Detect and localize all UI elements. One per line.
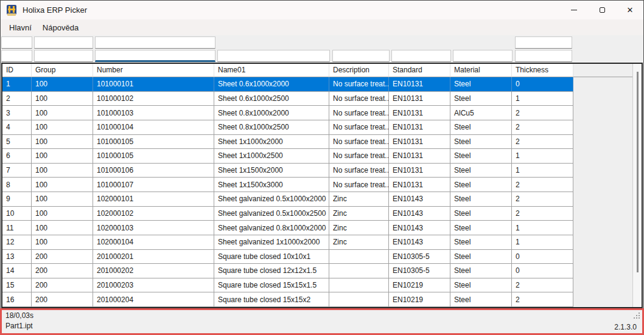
cell-name01[interactable]: Square tube closed 12x12x1.5 <box>214 264 329 278</box>
cell-number[interactable]: 201000203 <box>93 278 214 293</box>
cell-id[interactable]: 3 <box>2 106 32 120</box>
cell-thickness[interactable]: 0 <box>512 250 573 264</box>
cell-group[interactable]: 100 <box>32 207 93 221</box>
column-header-material[interactable]: Material <box>450 64 512 77</box>
cell-standard[interactable]: EN10219 <box>389 278 450 293</box>
filter-row1-id-input[interactable] <box>1 36 32 49</box>
cell-description[interactable]: No surface treat... <box>329 149 389 164</box>
cell-description[interactable] <box>329 292 389 307</box>
cell-id[interactable]: 8 <box>2 178 32 192</box>
cell-material[interactable]: Steel <box>450 250 512 264</box>
cell-name01[interactable]: Sheet galvanized 0.5x1000x2500 <box>214 207 329 221</box>
cell-thickness[interactable]: 2 <box>512 192 573 207</box>
cell-thickness[interactable]: 1 <box>512 164 573 178</box>
scrollbar-thumb[interactable] <box>637 72 639 272</box>
cell-material[interactable]: Steel <box>450 178 512 192</box>
table-row[interactable]: 12100102000104Sheet galvanized 1x1000x20… <box>2 235 642 250</box>
cell-description[interactable] <box>329 264 389 278</box>
cell-thickness[interactable]: 1 <box>512 221 573 235</box>
table-row[interactable]: 8100101000107Sheet 1x1500x3000No surface… <box>2 178 642 192</box>
cell-id[interactable]: 5 <box>2 135 32 150</box>
cell-thickness[interactable]: 2 <box>512 207 573 221</box>
cell-id[interactable]: 7 <box>2 164 32 178</box>
cell-name01[interactable]: Sheet 0.8x1000x2000 <box>214 106 329 120</box>
cell-description[interactable]: Zinc <box>329 235 389 250</box>
cell-group[interactable]: 100 <box>32 92 93 106</box>
column-header-id[interactable]: ID <box>2 64 32 77</box>
table-row[interactable]: 4100101000104Sheet 0.8x1000x2500No surfa… <box>2 120 642 135</box>
vertical-scrollbar[interactable] <box>632 64 642 307</box>
resize-grip-icon[interactable] <box>633 313 640 319</box>
cell-thickness[interactable]: 1 <box>512 235 573 250</box>
cell-id[interactable]: 16 <box>2 292 32 307</box>
cell-description[interactable] <box>329 278 389 293</box>
cell-number[interactable]: 102000103 <box>93 221 214 235</box>
maximize-button[interactable] <box>588 0 616 19</box>
table-row[interactable]: 3100101000103Sheet 0.8x1000x2000No surfa… <box>2 106 642 120</box>
column-header-thickness[interactable]: Thickness <box>512 64 573 77</box>
cell-number[interactable]: 101000105 <box>93 149 214 164</box>
column-header-description[interactable]: Description <box>329 64 389 77</box>
cell-id[interactable]: 2 <box>2 92 32 106</box>
cell-description[interactable] <box>329 250 389 264</box>
cell-name01[interactable]: Sheet 1x1000x2000 <box>214 135 329 150</box>
menu-item-hlavn-[interactable]: Hlavní <box>4 21 37 35</box>
cell-standard[interactable]: EN10131 <box>389 120 450 135</box>
cell-description[interactable]: Zinc <box>329 192 389 207</box>
cell-standard[interactable]: EN10305-5 <box>389 250 450 264</box>
column-header-name01[interactable]: Name01 <box>214 64 329 77</box>
cell-number[interactable]: 201000204 <box>93 292 214 307</box>
cell-id[interactable]: 10 <box>2 207 32 221</box>
filter-row2-material-input[interactable] <box>453 50 513 62</box>
close-button[interactable]: ✕ <box>616 0 644 19</box>
cell-material[interactable]: Steel <box>450 192 512 207</box>
cell-standard[interactable]: EN10143 <box>389 235 450 250</box>
table-row[interactable]: 15200201000203Square tube closed 15x15x1… <box>2 278 642 293</box>
cell-name01[interactable]: Sheet 1x1500x3000 <box>214 178 329 192</box>
table-row[interactable]: 9100102000101Sheet galvanized 0.5x1000x2… <box>2 192 642 207</box>
cell-name01[interactable]: Sheet 0.6x1000x2500 <box>214 92 329 106</box>
cell-name01[interactable]: Sheet galvanized 0.8x1000x2000 <box>214 221 329 235</box>
cell-number[interactable]: 101000101 <box>93 77 214 92</box>
cell-material[interactable]: Steel <box>450 264 512 278</box>
cell-material[interactable]: AlCu5 <box>450 106 512 120</box>
column-header-group[interactable]: Group <box>32 64 93 77</box>
cell-group[interactable]: 200 <box>32 264 93 278</box>
cell-id[interactable]: 15 <box>2 278 32 293</box>
cell-standard[interactable]: EN10131 <box>389 135 450 150</box>
cell-standard[interactable]: EN10131 <box>389 149 450 164</box>
cell-group[interactable]: 100 <box>32 77 93 92</box>
cell-standard[interactable]: EN10143 <box>389 207 450 221</box>
filter-row1-group-input[interactable] <box>34 36 93 49</box>
cell-material[interactable]: Steel <box>450 120 512 135</box>
filter-row1-number-input[interactable] <box>95 36 215 49</box>
cell-standard[interactable]: EN10143 <box>389 192 450 207</box>
cell-thickness[interactable]: 2 <box>512 106 573 120</box>
cell-number[interactable]: 201000202 <box>93 264 214 278</box>
cell-group[interactable]: 100 <box>32 135 93 150</box>
cell-group[interactable]: 100 <box>32 235 93 250</box>
cell-material[interactable]: Steel <box>450 221 512 235</box>
column-header-standard[interactable]: Standard <box>389 64 450 77</box>
cell-group[interactable]: 200 <box>32 278 93 293</box>
filter-row1-thickness-input[interactable] <box>515 36 572 49</box>
cell-material[interactable]: Steel <box>450 92 512 106</box>
cell-thickness[interactable]: 0 <box>512 264 573 278</box>
cell-name01[interactable]: Sheet galvanized 0.5x1000x2000 <box>214 192 329 207</box>
cell-number[interactable]: 101000104 <box>93 120 214 135</box>
cell-description[interactable]: No surface treat... <box>329 164 389 178</box>
table-row[interactable]: 16200201000204Square tube closed 15x15x2… <box>2 292 642 307</box>
cell-group[interactable]: 100 <box>32 149 93 164</box>
cell-number[interactable]: 102000102 <box>93 207 214 221</box>
cell-thickness[interactable]: 2 <box>512 278 573 293</box>
cell-name01[interactable]: Sheet 1x1000x2500 <box>214 149 329 164</box>
cell-standard[interactable]: EN10131 <box>389 164 450 178</box>
cell-standard[interactable]: EN10131 <box>389 77 450 92</box>
cell-thickness[interactable]: 1 <box>512 92 573 106</box>
cell-material[interactable]: Steel <box>450 149 512 164</box>
minimize-button[interactable] <box>560 0 588 19</box>
cell-material[interactable]: Steel <box>450 278 512 293</box>
filter-row2-name01-input[interactable] <box>217 50 330 62</box>
cell-description[interactable]: No surface treat... <box>329 92 389 106</box>
cell-group[interactable]: 100 <box>32 178 93 192</box>
